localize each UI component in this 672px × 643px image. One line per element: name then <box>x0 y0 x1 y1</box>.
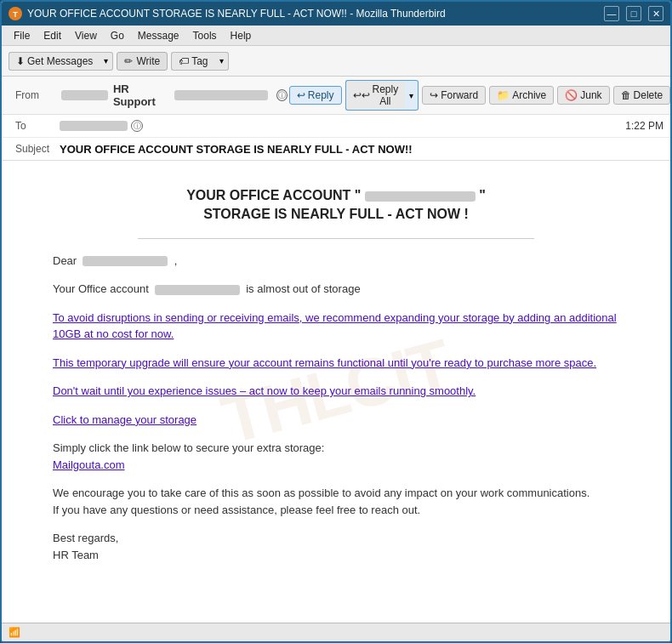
from-label: From <box>9 88 60 103</box>
titlebar-controls: — □ ✕ <box>604 6 663 21</box>
menu-view[interactable]: View <box>68 28 104 43</box>
link4[interactable]: Click to manage your storage <box>53 412 619 429</box>
reply-all-label: Reply All <box>373 83 399 107</box>
email-heading: YOUR OFFICE ACCOUNT " " STORAGE IS NEARL… <box>53 186 619 225</box>
para1: Simply click the link below to secure yo… <box>53 440 619 473</box>
window-title: YOUR OFFICE ACCOUNT STORAGE IS NEARLY FU… <box>27 8 446 20</box>
tag-label: Tag <box>191 55 208 67</box>
archive-button[interactable]: 📁 Archive <box>489 86 554 105</box>
forward-button[interactable]: ↪ Forward <box>422 86 486 105</box>
heading-line1-close: " <box>479 188 486 202</box>
get-messages-icon: ⬇ <box>16 55 25 67</box>
reply-all-button[interactable]: ↩↩ Reply All <box>345 80 406 111</box>
from-name: HR Support <box>113 83 169 108</box>
write-label: Write <box>136 55 160 67</box>
info-icon[interactable]: ⓘ <box>276 89 288 101</box>
tag-dropdown[interactable]: ▾ <box>215 52 229 71</box>
heading-email-redacted <box>365 191 476 202</box>
to-info-icon[interactable]: ⓘ <box>131 120 143 132</box>
menu-message[interactable]: Message <box>131 28 186 43</box>
reply-all-dropdown[interactable]: ▾ <box>405 80 419 111</box>
account-prefix: Your Office account <box>53 282 149 295</box>
forward-icon: ↪ <box>430 89 438 101</box>
dear-prefix: Dear <box>53 254 77 267</box>
heading-line1: YOUR OFFICE ACCOUNT " " <box>53 186 619 205</box>
get-messages-split: ⬇ Get Messages ▾ <box>9 52 113 71</box>
para2: We encourage you to take care of this as… <box>53 485 619 518</box>
account-line: Your Office account is almost out of sto… <box>53 281 619 298</box>
junk-label: Junk <box>580 89 601 101</box>
archive-icon: 📁 <box>497 89 510 101</box>
menu-file[interactable]: File <box>7 28 37 43</box>
heading-line2: STORAGE IS NEARLY FULL - ACT NOW ! <box>53 205 619 224</box>
email-time: 1:22 PM <box>625 120 663 132</box>
action-buttons: ↩ Reply ↩↩ Reply All ▾ ↪ Forward 📁 Arch <box>289 80 672 111</box>
from-extra-redacted <box>174 90 268 100</box>
titlebar-left: T YOUR OFFICE ACCOUNT STORAGE IS NEARLY … <box>9 7 446 20</box>
reply-icon: ↩ <box>297 89 305 101</box>
reply-label: Reply <box>308 89 334 101</box>
link2[interactable]: This temporary upgrade will ensure your … <box>53 355 619 372</box>
dear-line: Dear , <box>53 253 619 270</box>
para1-text: Simply click the link below to secure yo… <box>53 441 324 454</box>
menu-tools[interactable]: Tools <box>186 28 224 43</box>
minimize-button[interactable]: — <box>604 6 619 21</box>
heading-line1-prefix: YOUR OFFICE ACCOUNT " <box>186 188 361 202</box>
close-button[interactable]: ✕ <box>648 6 663 21</box>
delete-button[interactable]: 🗑 Delete <box>613 86 671 105</box>
heading-divider <box>138 238 534 239</box>
tag-split: 🏷 Tag ▾ <box>171 52 228 71</box>
account-email-redacted <box>155 285 240 295</box>
tag-icon: 🏷 <box>179 55 189 67</box>
main-window: T YOUR OFFICE ACCOUNT STORAGE IS NEARLY … <box>0 0 672 643</box>
link3[interactable]: Don't wait until you experience issues –… <box>53 383 619 400</box>
reply-button[interactable]: ↩ Reply <box>289 86 342 105</box>
to-label: To <box>9 118 60 134</box>
junk-icon: 🚫 <box>565 89 578 101</box>
menubar: File Edit View Go Message Tools Help <box>2 26 670 46</box>
subject-row: Subject YOUR OFFICE ACCOUNT STORAGE IS N… <box>2 138 670 160</box>
link5[interactable]: Mailgouta.com <box>53 458 125 471</box>
menu-help[interactable]: Help <box>224 28 259 43</box>
link1[interactable]: To avoid disruptions in sending or recei… <box>53 310 619 343</box>
status-icon: 📶 <box>9 627 20 638</box>
app-icon: T <box>9 7 22 20</box>
statusbar: 📶 <box>2 623 670 641</box>
write-icon: ✏ <box>124 55 133 67</box>
get-messages-label: Get Messages <box>27 55 93 67</box>
subject-label: Subject <box>9 141 60 156</box>
titlebar: T YOUR OFFICE ACCOUNT STORAGE IS NEARLY … <box>2 2 670 26</box>
svg-text:T: T <box>13 10 18 19</box>
to-row: To ⓘ 1:22 PM <box>2 115 670 138</box>
email-content: YOUR OFFICE ACCOUNT " " STORAGE IS NEARL… <box>53 186 619 563</box>
menu-edit[interactable]: Edit <box>37 28 68 43</box>
reply-all-icon: ↩↩ <box>353 89 370 101</box>
get-messages-button[interactable]: ⬇ Get Messages <box>9 52 100 71</box>
email-body: THLCIT YOUR OFFICE ACCOUNT " " STORAGE I… <box>2 161 670 623</box>
delete-label: Delete <box>634 89 663 101</box>
delete-icon: 🗑 <box>621 89 631 101</box>
tag-button[interactable]: 🏷 Tag <box>171 52 214 71</box>
dear-suffix: , <box>174 254 178 267</box>
email-header: From HR Support ⓘ ↩ Reply ↩↩ Reply All ▾ <box>2 77 670 161</box>
write-button[interactable]: ✏ Write <box>117 52 168 71</box>
account-suffix: is almost out of storage <box>246 282 360 295</box>
menu-go[interactable]: Go <box>104 28 131 43</box>
junk-button[interactable]: 🚫 Junk <box>557 86 609 105</box>
to-address-redacted <box>60 121 128 131</box>
from-address-redacted <box>61 90 108 100</box>
maximize-button[interactable]: □ <box>626 6 641 21</box>
archive-label: Archive <box>512 89 546 101</box>
email-action-toolbar: From HR Support ⓘ ↩ Reply ↩↩ Reply All ▾ <box>2 77 670 115</box>
get-messages-dropdown[interactable]: ▾ <box>100 52 113 71</box>
subject-text: YOUR OFFICE ACCOUNT STORAGE IS NEARLY FU… <box>60 143 413 156</box>
main-toolbar: ⬇ Get Messages ▾ ✏ Write 🏷 Tag ▾ <box>2 46 670 77</box>
dear-name-redacted <box>83 256 168 266</box>
reply-all-split: ↩↩ Reply All ▾ <box>345 80 419 111</box>
closing: Best regards, HR Team <box>53 530 619 563</box>
forward-label: Forward <box>441 89 478 101</box>
